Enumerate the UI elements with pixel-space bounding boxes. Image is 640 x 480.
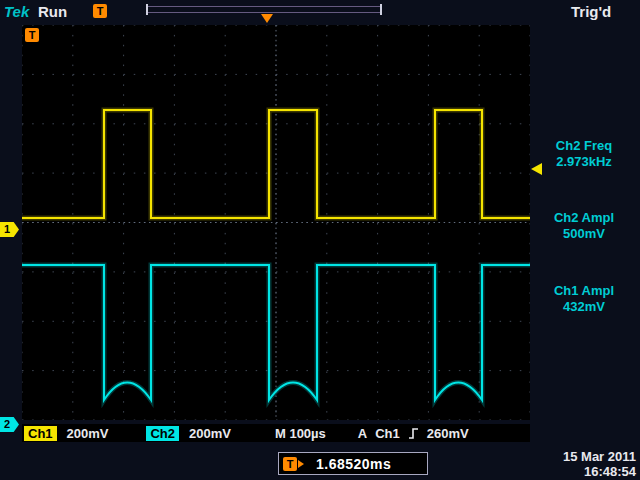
trigger-source: Ch1 xyxy=(375,426,400,441)
acquisition-status: Run xyxy=(38,3,67,20)
timebase-readout: M 100µs xyxy=(275,426,326,441)
trigger-level-readout: 260mV xyxy=(427,426,469,441)
measurement-ch1-ampl: Ch1 Ampl 432mV xyxy=(528,283,640,315)
measurement-value: 500mV xyxy=(528,226,640,242)
trigger-t-icon: T xyxy=(93,4,107,18)
horizontal-delay-box: T 1.68520ms xyxy=(278,452,428,475)
oscilloscope-screen: Tek Run T Trig'd T 1 2 Ch2 Freq 2.973kHz… xyxy=(0,0,640,480)
tek-logo: Tek xyxy=(4,3,29,20)
measurement-value: 432mV xyxy=(528,299,640,315)
trigger-readout: A Ch1 260mV xyxy=(358,426,469,441)
measurement-value: 2.973kHz xyxy=(528,154,640,170)
trigger-position-marker-icon[interactable] xyxy=(261,14,273,23)
ch1-scale-readout: 200mV xyxy=(67,426,109,441)
ch2-trace-glow xyxy=(22,265,530,400)
measurement-ch2-ampl: Ch2 Ampl 500mV xyxy=(528,210,640,242)
measurement-ch2-freq: Ch2 Freq 2.973kHz xyxy=(528,138,640,170)
ch1-ground-marker[interactable]: 1 xyxy=(0,222,19,237)
ch1-trace-glow xyxy=(22,110,530,218)
right-arrow-icon xyxy=(298,460,304,468)
status-bar: Ch1 200mV Ch2 200mV M 100µs A Ch1 260mV xyxy=(22,424,530,442)
ch1-badge: Ch1 xyxy=(24,426,57,441)
datetime-readout: 15 Mar 2011 16:48:54 xyxy=(524,449,638,479)
measurement-label: Ch1 Ampl xyxy=(528,283,640,299)
ch2-trace xyxy=(22,265,530,400)
trigger-state-label: Trig'd xyxy=(571,3,611,20)
date-label: 15 Mar 2011 xyxy=(524,449,636,464)
ch1-trace xyxy=(22,110,530,218)
time-label: 16:48:54 xyxy=(524,464,636,479)
record-view-bar xyxy=(146,6,382,13)
waveform-layer xyxy=(22,25,530,420)
record-bar-right-tick xyxy=(380,4,382,15)
ch2-scale-readout: 200mV xyxy=(189,426,231,441)
ch2-badge: Ch2 xyxy=(146,426,179,441)
trigger-t-icon: T xyxy=(25,28,39,42)
graticule: T xyxy=(22,25,530,420)
rising-slope-icon xyxy=(408,427,419,440)
trigger-prefix: A xyxy=(358,426,367,441)
trigger-t-icon: T xyxy=(283,457,297,471)
ch2-ground-marker[interactable]: 2 xyxy=(0,417,19,432)
record-bar-left-tick xyxy=(146,4,148,15)
delay-time-readout: 1.68520ms xyxy=(316,456,391,472)
measurement-label: Ch2 Freq xyxy=(528,138,640,154)
measurement-label: Ch2 Ampl xyxy=(528,210,640,226)
